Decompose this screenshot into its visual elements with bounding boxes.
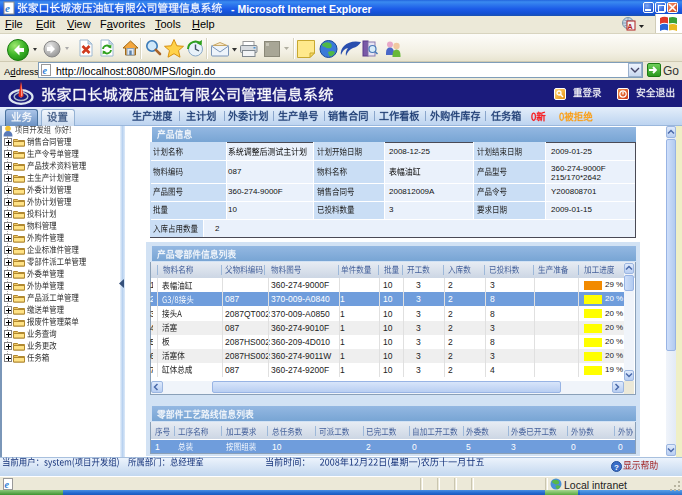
svg-text:A: A bbox=[628, 23, 633, 30]
svg-text:e: e bbox=[5, 479, 10, 490]
svg-text:e: e bbox=[43, 65, 48, 76]
svg-text:e: e bbox=[5, 2, 10, 14]
svg-text:?: ? bbox=[614, 463, 619, 472]
